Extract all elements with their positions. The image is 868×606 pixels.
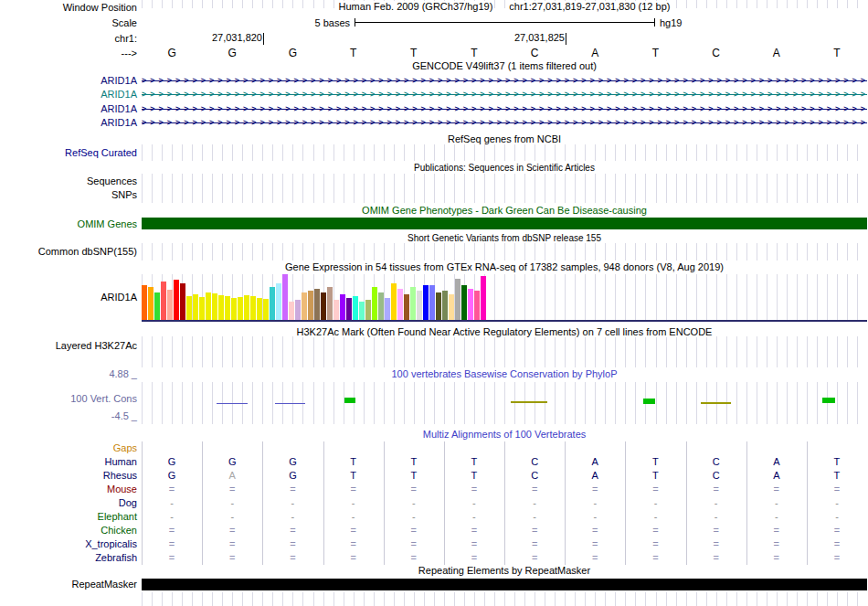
gtex-tissue-bar[interactable] — [212, 293, 217, 320]
gtex-tissue-bar[interactable] — [295, 300, 301, 320]
repeatmasker-item[interactable] — [142, 579, 867, 590]
phylop-track-title[interactable]: 100 vertebrates Basewise Conservation by… — [142, 368, 867, 380]
scale-ruler — [355, 18, 655, 27]
gtex-tissue-bar[interactable] — [429, 285, 435, 320]
multiz-alignment-row: ------------ — [142, 510, 867, 524]
gtex-tissue-bar[interactable] — [276, 283, 281, 320]
omim-gene-item[interactable] — [142, 218, 867, 229]
alignment-cell: = — [625, 483, 685, 496]
gtex-tissue-bar[interactable] — [410, 287, 416, 320]
gtex-tissue-bar[interactable] — [174, 280, 179, 320]
gencode-track-title[interactable]: GENCODE V49lift37 (1 items filtered out) — [142, 60, 867, 72]
gtex-tissue-bar[interactable] — [385, 298, 390, 320]
gtex-tissue-bar[interactable] — [346, 298, 352, 320]
gtex-tissue-bar[interactable] — [365, 300, 371, 320]
gtex-tissue-bar[interactable] — [206, 292, 211, 320]
gtex-tissue-bar[interactable] — [282, 274, 288, 320]
phylop-track-area[interactable] — [142, 382, 867, 424]
base-position-guidelines — [142, 144, 867, 161]
alignment-cell: - — [686, 510, 746, 524]
gtex-tissue-bar[interactable] — [397, 289, 403, 320]
alignment-cell: = — [202, 551, 262, 565]
gtex-tissue-bar[interactable] — [353, 296, 358, 320]
gtex-tissue-bar[interactable] — [180, 283, 185, 320]
gtex-tissue-bar[interactable] — [161, 282, 166, 320]
gtex-tissue-bar[interactable] — [474, 291, 480, 320]
alignment-cell: - — [625, 496, 685, 510]
alignment-cell: - — [142, 510, 202, 524]
gtex-tissue-bar[interactable] — [340, 294, 345, 320]
gtex-tissue-bar[interactable] — [263, 299, 269, 320]
multiz-track-title[interactable]: Multiz Alignments of 100 Vertebrates — [142, 429, 867, 441]
gtex-tissue-bar[interactable] — [238, 297, 243, 320]
gtex-tissue-bar[interactable] — [186, 296, 192, 320]
gtex-tissue-bar[interactable] — [442, 291, 448, 320]
omim-track-title[interactable]: OMIM Gene Phenotypes - Dark Green Can Be… — [142, 205, 867, 217]
gtex-tissue-bar[interactable] — [142, 285, 147, 320]
alignment-cell: = — [504, 483, 565, 496]
dbsnp-track-title[interactable]: Short Genetic Variants from dbSNP releas… — [142, 232, 867, 244]
gtex-tissue-bar[interactable] — [481, 276, 486, 320]
alignment-cell: = — [323, 551, 384, 565]
gtex-tissue-bar[interactable] — [148, 287, 153, 320]
alignment-cell: T — [384, 469, 444, 483]
gtex-expression-barchart[interactable] — [142, 274, 489, 320]
alignment-cell: = — [323, 537, 384, 551]
transcript-item[interactable]: >>>>>>>>>>>>>>>>>>>>>>>>>>>>>>>>>>>>>>>>… — [142, 116, 867, 130]
gtex-tissue-bar[interactable] — [225, 296, 230, 320]
gtex-tissue-bar[interactable] — [250, 296, 256, 320]
gtex-tissue-bar[interactable] — [372, 287, 377, 320]
publications-track-title[interactable]: Publications: Sequences in Scientific Ar… — [142, 162, 867, 174]
scale-label: Scale — [0, 16, 137, 29]
gtex-tissue-bar[interactable] — [154, 292, 160, 320]
gtex-tissue-bar[interactable] — [314, 289, 320, 320]
gtex-tissue-bar[interactable] — [218, 295, 224, 320]
alignment-cell: = — [807, 537, 867, 551]
gtex-tissue-bar[interactable] — [423, 285, 429, 320]
gtex-tissue-bar[interactable] — [302, 292, 307, 320]
gtex-tissue-bar[interactable] — [321, 292, 326, 320]
gtex-tissue-bar[interactable] — [404, 294, 409, 320]
gtex-tissue-bar[interactable] — [359, 302, 365, 320]
gtex-tissue-bar[interactable] — [308, 291, 313, 320]
gtex-tissue-bar[interactable] — [378, 292, 384, 320]
gtex-tissue-bar[interactable] — [167, 290, 173, 320]
gtex-tissue-bar[interactable] — [461, 285, 467, 320]
gtex-tissue-bar[interactable] — [270, 287, 275, 320]
refseq-track-title[interactable]: RefSeq genes from NCBI — [142, 133, 867, 145]
transcript-item[interactable]: >>>>>>>>>>>>>>>>>>>>>>>>>>>>>>>>>>>>>>>>… — [142, 74, 867, 88]
alignment-cell — [323, 441, 384, 455]
alignment-cell: = — [807, 483, 867, 496]
transcript-item[interactable]: >>>>>>>>>>>>>>>>>>>>>>>>>>>>>>>>>>>>>>>>… — [142, 102, 867, 116]
gtex-tissue-bar[interactable] — [455, 279, 460, 320]
alignment-cell: T — [625, 455, 685, 469]
gtex-tissue-bar[interactable] — [449, 294, 454, 320]
gtex-tissue-bar[interactable] — [289, 302, 294, 320]
coordinate-row: 27,031,820 27,031,825 — [142, 31, 867, 45]
h3k27ac-track-title[interactable]: H3K27Ac Mark (Often Found Near Active Re… — [142, 326, 867, 338]
gtex-tissue-bar[interactable] — [327, 287, 333, 320]
transcript-item[interactable]: >>>>>>>>>>>>>>>>>>>>>>>>>>>>>>>>>>>>>>>>… — [142, 88, 867, 101]
gtex-tissue-bar[interactable] — [333, 300, 339, 320]
gtex-tissue-bar[interactable] — [417, 291, 422, 320]
alignment-cell — [504, 441, 565, 455]
alignment-cell: - — [807, 496, 867, 510]
transcript-label: ARID1A — [0, 88, 137, 101]
multiz-species-label: Dog — [0, 496, 137, 509]
gtex-tissue-bar[interactable] — [257, 298, 262, 320]
gtex-tissue-bar[interactable] — [231, 298, 237, 320]
gtex-tissue-bar[interactable] — [244, 295, 249, 320]
gtex-tissue-bar[interactable] — [199, 297, 205, 320]
alignment-cell: = — [504, 524, 565, 537]
genome-browser-image: Window Position Human Feb. 2009 (GRCh37/… — [0, 0, 868, 606]
gtex-track-title[interactable]: Gene Expression in 54 tissues from GTEx … — [142, 261, 867, 273]
alignment-cell: = — [625, 551, 685, 565]
alignment-cell — [625, 441, 685, 455]
gtex-tissue-bar[interactable] — [468, 289, 473, 320]
alignment-cell: - — [202, 496, 262, 510]
gtex-tissue-bar[interactable] — [391, 283, 397, 320]
gtex-tissue-bar[interactable] — [436, 292, 441, 320]
repeatmasker-track-title[interactable]: Repeating Elements by RepeatMasker — [142, 565, 867, 577]
alignment-cell: - — [746, 510, 807, 524]
gtex-tissue-bar[interactable] — [193, 294, 198, 320]
